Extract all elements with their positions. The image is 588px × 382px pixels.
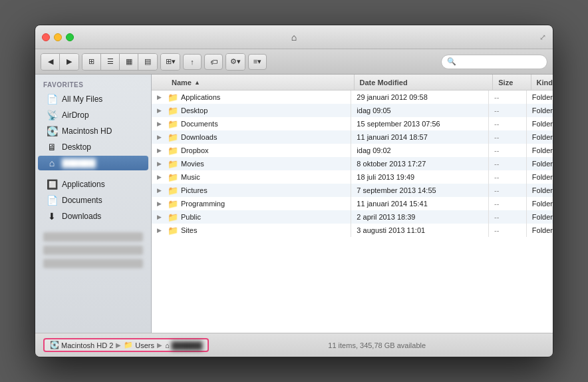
sidebar-item-home[interactable]: ⌂ ██████ (38, 156, 148, 170)
arrange-button[interactable]: ⊞▾ (161, 54, 180, 70)
breadcrumb-macintosh-hd[interactable]: 💽 Macintosh HD 2 (50, 341, 113, 349)
traffic-lights (42, 33, 74, 41)
column-view-button[interactable]: ▦ (120, 54, 138, 70)
file-date-cell: 7 september 2013 14:55 (351, 184, 489, 197)
file-name-cell: ▶ 📁 Downloads (152, 130, 351, 144)
expand-arrow[interactable]: ▶ (157, 94, 165, 100)
table-row[interactable]: ▶ 📁 Dropbox idag 09:02 -- Folder (152, 144, 553, 157)
icon-view-button[interactable]: ⊞ (82, 54, 101, 70)
sidebar-item-label: Downloads (62, 212, 101, 221)
file-kind-cell: Folder (527, 170, 553, 184)
search-icon: 🔍 (447, 57, 456, 66)
folder-icon: 📁 (168, 146, 178, 156)
expand-arrow[interactable]: ▶ (157, 120, 165, 127)
home-folder-icon: ⌂ (165, 341, 170, 349)
folder-icon: 📁 (168, 226, 178, 236)
titlebar: ⌂ ⤢ (35, 25, 553, 49)
file-kind-cell: Folder (527, 117, 553, 130)
column-date-header[interactable]: Date Modified (355, 75, 494, 90)
list-view-button[interactable]: ☰ (101, 54, 120, 70)
column-size-header[interactable]: Size (493, 75, 531, 90)
back-button[interactable]: ◀ (41, 54, 60, 70)
expand-arrow[interactable]: ▶ (157, 187, 165, 194)
table-row[interactable]: ▶ 📁 Sites 3 augusti 2013 11:01 -- Folder (152, 224, 553, 237)
expand-arrow[interactable]: ▶ (157, 227, 165, 234)
table-row[interactable]: ▶ 📁 Pictures 7 september 2013 14:55 -- F… (152, 184, 553, 197)
filelist-header: Name ▲ Date Modified Size Kind (152, 75, 553, 91)
cover-flow-button[interactable]: ▤ (138, 54, 157, 70)
search-box[interactable]: 🔍 (441, 55, 547, 69)
finder-window: ⌂ ⤢ ◀ ▶ ⊞ ☰ ▦ ▤ ⊞▾ ↑ 🏷 ⚙▾ ≡▾ 🔍 (35, 25, 553, 357)
table-row[interactable]: ▶ 📁 Applications 29 januari 2012 09:58 -… (152, 91, 553, 104)
downloads-icon: ⬇ (46, 211, 58, 222)
file-list: Name ▲ Date Modified Size Kind ▶ 📁 Appli… (152, 75, 553, 333)
file-name: Documents (181, 120, 218, 128)
table-row[interactable]: ▶ 📁 Downloads 11 januari 2014 18:57 -- F… (152, 130, 553, 144)
sidebar-item-macintosh-hd[interactable]: 💽 Macintosh HD (38, 124, 148, 138)
file-date-cell: 18 juli 2013 19:49 (351, 170, 489, 184)
file-size-cell: -- (489, 184, 527, 197)
column-name-header[interactable]: Name ▲ (152, 75, 355, 90)
sidebar: FAVORITES 📄 All My Files 📡 AirDrop 💽 Mac… (35, 75, 152, 333)
expand-arrow[interactable]: ▶ (157, 200, 165, 207)
table-row[interactable]: ▶ 📁 Music 18 juli 2013 19:49 -- Folder (152, 170, 553, 184)
sidebar-item-label: Documents (62, 196, 102, 205)
expand-arrow[interactable]: ▶ (157, 160, 165, 167)
forward-button[interactable]: ▶ (60, 54, 78, 70)
sidebar-item-downloads[interactable]: ⬇ Downloads (38, 209, 148, 224)
folder-icon: 📁 (168, 172, 178, 182)
expand-arrow[interactable]: ▶ (157, 107, 165, 114)
file-date-cell: 11 januari 2014 15:41 (351, 197, 489, 210)
expand-arrow[interactable]: ▶ (157, 174, 165, 180)
action-buttons: ⚙▾ (225, 53, 245, 71)
sidebar-item-label: AirDrop (62, 110, 89, 120)
file-kind-cell: Folder (527, 130, 553, 144)
file-date-cell: 8 oktober 2013 17:27 (351, 157, 489, 170)
documents-icon: 📄 (46, 195, 58, 206)
column-kind-header[interactable]: Kind (531, 75, 553, 90)
share-button[interactable]: ↑ (183, 54, 202, 70)
table-row[interactable]: ▶ 📁 Desktop idag 09:05 -- Folder (152, 104, 553, 117)
file-date-cell: 2 april 2013 18:39 (351, 210, 489, 224)
file-name: Sites (181, 226, 197, 234)
file-size-cell: -- (489, 117, 527, 130)
table-row[interactable]: ▶ 📁 Programming 11 januari 2014 15:41 --… (152, 197, 553, 210)
expand-arrow[interactable]: ▶ (157, 134, 165, 140)
breadcrumb-users[interactable]: 📁 Users (124, 341, 154, 349)
table-row[interactable]: ▶ 📁 Public 2 april 2013 18:39 -- Folder (152, 210, 553, 224)
sidebar-item-documents[interactable]: 📄 Documents (38, 193, 148, 208)
table-row[interactable]: ▶ 📁 Movies 8 oktober 2013 17:27 -- Folde… (152, 157, 553, 170)
file-name: Public (181, 213, 201, 221)
close-button[interactable] (42, 33, 50, 41)
expand-arrow[interactable]: ▶ (157, 147, 165, 154)
title-icon: ⌂ (291, 32, 297, 43)
action-button[interactable]: ⚙▾ (226, 54, 245, 70)
main-content: FAVORITES 📄 All My Files 📡 AirDrop 💽 Mac… (35, 75, 553, 333)
maximize-button[interactable] (66, 33, 74, 41)
file-size-cell: -- (489, 104, 527, 117)
breadcrumb-home[interactable]: ⌂ ██████ (165, 341, 202, 349)
file-kind-cell: Folder (527, 197, 553, 210)
resize-icon: ⤢ (539, 33, 546, 42)
sidebar-item-airdrop[interactable]: 📡 AirDrop (38, 108, 148, 122)
minimize-button[interactable] (54, 33, 62, 41)
view-options-button[interactable]: ≡▾ (248, 54, 267, 70)
sidebar-item-applications[interactable]: 🔲 Applications (38, 177, 148, 192)
sidebar-item-label: Applications (62, 180, 105, 189)
file-size-cell: -- (489, 224, 527, 237)
table-row[interactable]: ▶ 📁 Documents 15 september 2013 07:56 --… (152, 117, 553, 130)
applications-icon: 🔲 (46, 179, 58, 190)
sidebar-item-all-my-files[interactable]: 📄 All My Files (38, 92, 148, 106)
file-name-cell: ▶ 📁 Pictures (152, 184, 351, 197)
tag-button[interactable]: 🏷 (204, 54, 223, 70)
file-size-cell: -- (489, 91, 527, 104)
desktop-icon: 🖥 (46, 142, 58, 152)
expand-arrow[interactable]: ▶ (157, 214, 165, 220)
file-date-cell: 11 januari 2014 18:57 (351, 130, 489, 144)
file-kind-cell: Folder (527, 157, 553, 170)
file-kind-cell: Folder (527, 210, 553, 224)
sidebar-section-label: FAVORITES (35, 75, 151, 91)
sidebar-item-desktop[interactable]: 🖥 Desktop (38, 140, 148, 154)
view-buttons: ⊞ ☰ ▦ ▤ (82, 53, 158, 71)
status-text: 11 items, 345,78 GB available (328, 341, 426, 349)
